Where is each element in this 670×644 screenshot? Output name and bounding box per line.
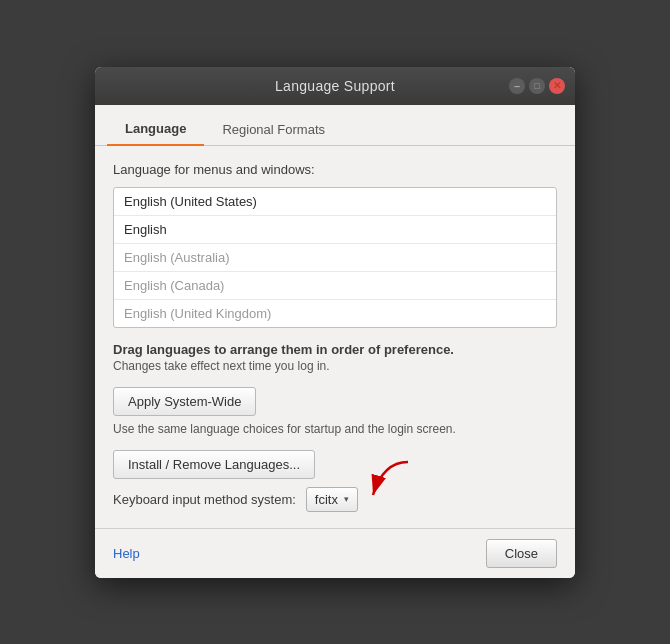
annotation-arrow [363, 457, 418, 507]
tab-language[interactable]: Language [107, 113, 204, 146]
help-link[interactable]: Help [113, 546, 140, 561]
tab-regional-formats[interactable]: Regional Formats [204, 113, 343, 146]
tab-bar: Language Regional Formats [95, 105, 575, 146]
keyboard-label: Keyboard input method system: [113, 492, 296, 507]
list-item[interactable]: English (United Kingdom) [114, 300, 556, 327]
list-item[interactable]: English (Australia) [114, 244, 556, 272]
section-label: Language for menus and windows: [113, 162, 557, 177]
keyboard-dropdown-container: fcitx ▾ [306, 487, 358, 512]
list-item[interactable]: English (Canada) [114, 272, 556, 300]
dialog-footer: Help Close [95, 528, 575, 578]
titlebar: Language Support – □ ✕ [95, 67, 575, 105]
keyboard-input-dropdown[interactable]: fcitx ▾ [306, 487, 358, 512]
language-support-window: Language Support – □ ✕ Language Regional… [95, 67, 575, 578]
close-button[interactable]: Close [486, 539, 557, 568]
maximize-button[interactable]: □ [529, 78, 545, 94]
install-remove-button[interactable]: Install / Remove Languages... [113, 450, 315, 479]
apply-help-text: Use the same language choices for startu… [113, 422, 557, 436]
list-item[interactable]: English [114, 216, 556, 244]
keyboard-row: Keyboard input method system: fcitx ▾ [113, 487, 557, 512]
list-item[interactable]: English (United States) [114, 188, 556, 216]
language-tab-content: Language for menus and windows: English … [95, 146, 575, 528]
keyboard-value: fcitx [315, 492, 338, 507]
dialog-content: Language Regional Formats Language for m… [95, 105, 575, 528]
drag-info-sub: Changes take effect next time you log in… [113, 359, 557, 373]
window-controls: – □ ✕ [509, 78, 565, 94]
drag-info-bold: Drag languages to arrange them in order … [113, 342, 557, 357]
language-list: English (United States) English English … [113, 187, 557, 328]
apply-system-wide-button[interactable]: Apply System-Wide [113, 387, 256, 416]
window-title: Language Support [275, 78, 395, 94]
minimize-button[interactable]: – [509, 78, 525, 94]
dropdown-arrow-icon: ▾ [344, 494, 349, 504]
drag-info: Drag languages to arrange them in order … [113, 342, 557, 373]
close-window-button[interactable]: ✕ [549, 78, 565, 94]
